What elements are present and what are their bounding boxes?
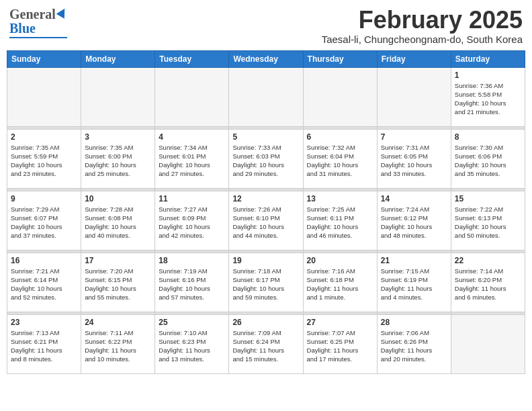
calendar-day-cell: 16Sunrise: 7:21 AMSunset: 6:14 PMDayligh… bbox=[7, 253, 81, 312]
day-number: 27 bbox=[307, 318, 373, 327]
day-info: Sunrise: 7:24 AMSunset: 6:12 PMDaylight:… bbox=[381, 205, 447, 240]
header-tuesday: Tuesday bbox=[155, 50, 229, 67]
day-info: Sunrise: 7:26 AMSunset: 6:10 PMDaylight:… bbox=[232, 205, 299, 240]
day-number: 12 bbox=[232, 194, 299, 203]
calendar-day-cell: 24Sunrise: 7:11 AMSunset: 6:22 PMDayligh… bbox=[81, 314, 155, 373]
day-info: Sunrise: 7:33 AMSunset: 6:03 PMDaylight:… bbox=[232, 143, 299, 179]
day-info: Sunrise: 7:27 AMSunset: 6:09 PMDaylight:… bbox=[159, 205, 225, 240]
day-number: 28 bbox=[381, 318, 447, 327]
calendar-day-cell bbox=[155, 67, 229, 126]
calendar-day-cell bbox=[229, 67, 303, 126]
day-number: 26 bbox=[232, 318, 299, 327]
calendar-day-cell: 27Sunrise: 7:07 AMSunset: 6:25 PMDayligh… bbox=[303, 314, 377, 373]
day-number: 14 bbox=[381, 194, 447, 203]
day-info: Sunrise: 7:30 AMSunset: 6:06 PMDaylight:… bbox=[455, 143, 521, 179]
day-number: 23 bbox=[11, 318, 77, 327]
calendar-day-cell bbox=[451, 314, 525, 373]
page-header: General Blue February 2025 Taesal-li, Ch… bbox=[7, 7, 525, 45]
title-section: February 2025 Taesal-li, Chungcheongnam-… bbox=[322, 7, 523, 45]
day-info: Sunrise: 7:35 AMSunset: 5:59 PMDaylight:… bbox=[11, 143, 77, 179]
day-info: Sunrise: 7:14 AMSunset: 6:20 PMDaylight:… bbox=[455, 267, 521, 302]
day-number: 2 bbox=[11, 132, 77, 142]
calendar-table: Sunday Monday Tuesday Wednesday Thursday… bbox=[7, 50, 525, 374]
day-info: Sunrise: 7:35 AMSunset: 6:00 PMDaylight:… bbox=[85, 143, 151, 179]
day-info: Sunrise: 7:22 AMSunset: 6:13 PMDaylight:… bbox=[455, 205, 521, 240]
logo: General Blue bbox=[9, 7, 67, 38]
calendar-week-row: 23Sunrise: 7:13 AMSunset: 6:21 PMDayligh… bbox=[7, 314, 525, 373]
calendar-week-row: 16Sunrise: 7:21 AMSunset: 6:14 PMDayligh… bbox=[7, 253, 525, 312]
day-info: Sunrise: 7:16 AMSunset: 6:18 PMDaylight:… bbox=[307, 267, 373, 302]
calendar-day-cell: 4Sunrise: 7:34 AMSunset: 6:01 PMDaylight… bbox=[155, 129, 229, 188]
calendar-day-cell bbox=[303, 67, 377, 126]
header-wednesday: Wednesday bbox=[229, 50, 303, 67]
calendar-day-cell: 10Sunrise: 7:28 AMSunset: 6:08 PMDayligh… bbox=[81, 191, 155, 250]
calendar-day-cell: 6Sunrise: 7:32 AMSunset: 6:04 PMDaylight… bbox=[303, 129, 377, 188]
day-number: 8 bbox=[455, 132, 521, 142]
calendar-day-cell: 22Sunrise: 7:14 AMSunset: 6:20 PMDayligh… bbox=[451, 253, 525, 312]
day-info: Sunrise: 7:25 AMSunset: 6:11 PMDaylight:… bbox=[307, 205, 373, 240]
day-info: Sunrise: 7:34 AMSunset: 6:01 PMDaylight:… bbox=[159, 143, 225, 179]
day-number: 3 bbox=[85, 132, 151, 142]
day-info: Sunrise: 7:32 AMSunset: 6:04 PMDaylight:… bbox=[307, 143, 373, 179]
day-info: Sunrise: 7:18 AMSunset: 6:17 PMDaylight:… bbox=[232, 267, 299, 302]
day-number: 4 bbox=[159, 132, 225, 142]
calendar-day-cell: 23Sunrise: 7:13 AMSunset: 6:21 PMDayligh… bbox=[7, 314, 81, 373]
header-saturday: Saturday bbox=[451, 50, 525, 67]
day-info: Sunrise: 7:31 AMSunset: 6:05 PMDaylight:… bbox=[381, 143, 447, 179]
day-info: Sunrise: 7:21 AMSunset: 6:14 PMDaylight:… bbox=[11, 267, 77, 302]
calendar-day-cell: 18Sunrise: 7:19 AMSunset: 6:16 PMDayligh… bbox=[155, 253, 229, 312]
day-number: 22 bbox=[455, 256, 521, 265]
day-number: 19 bbox=[232, 256, 299, 265]
calendar-day-cell: 17Sunrise: 7:20 AMSunset: 6:15 PMDayligh… bbox=[81, 253, 155, 312]
calendar-week-row: 2Sunrise: 7:35 AMSunset: 5:59 PMDaylight… bbox=[7, 129, 525, 188]
day-info: Sunrise: 7:09 AMSunset: 6:24 PMDaylight:… bbox=[232, 328, 299, 364]
calendar-day-cell: 14Sunrise: 7:24 AMSunset: 6:12 PMDayligh… bbox=[377, 191, 451, 250]
day-info: Sunrise: 7:11 AMSunset: 6:22 PMDaylight:… bbox=[85, 328, 151, 364]
calendar-day-cell bbox=[81, 67, 155, 126]
day-number: 16 bbox=[11, 256, 77, 265]
day-number: 17 bbox=[85, 256, 151, 265]
day-number: 15 bbox=[455, 194, 521, 203]
calendar-day-cell: 13Sunrise: 7:25 AMSunset: 6:11 PMDayligh… bbox=[303, 191, 377, 250]
calendar-day-cell bbox=[377, 67, 451, 126]
logo-blue-text: Blue bbox=[9, 21, 36, 36]
day-number: 7 bbox=[381, 132, 447, 142]
location-title: Taesal-li, Chungcheongnam-do, South Kore… bbox=[322, 34, 523, 45]
header-friday: Friday bbox=[377, 50, 451, 67]
header-monday: Monday bbox=[81, 50, 155, 67]
day-number: 10 bbox=[85, 194, 151, 203]
calendar-day-cell bbox=[7, 67, 81, 126]
day-number: 11 bbox=[159, 194, 225, 203]
day-number: 25 bbox=[159, 318, 225, 327]
calendar-day-cell: 12Sunrise: 7:26 AMSunset: 6:10 PMDayligh… bbox=[229, 191, 303, 250]
day-info: Sunrise: 7:29 AMSunset: 6:07 PMDaylight:… bbox=[11, 205, 77, 240]
logo-general-text: General bbox=[9, 7, 56, 22]
calendar-day-cell: 9Sunrise: 7:29 AMSunset: 6:07 PMDaylight… bbox=[7, 191, 81, 250]
calendar-day-cell: 2Sunrise: 7:35 AMSunset: 5:59 PMDaylight… bbox=[7, 129, 81, 188]
day-number: 5 bbox=[232, 132, 299, 142]
day-info: Sunrise: 7:28 AMSunset: 6:08 PMDaylight:… bbox=[85, 205, 151, 240]
calendar-day-cell: 3Sunrise: 7:35 AMSunset: 6:00 PMDaylight… bbox=[81, 129, 155, 188]
calendar-day-cell: 15Sunrise: 7:22 AMSunset: 6:13 PMDayligh… bbox=[451, 191, 525, 250]
logo-triangle-icon bbox=[56, 6, 69, 18]
calendar-day-cell: 5Sunrise: 7:33 AMSunset: 6:03 PMDaylight… bbox=[229, 129, 303, 188]
day-info: Sunrise: 7:07 AMSunset: 6:25 PMDaylight:… bbox=[307, 328, 373, 364]
day-info: Sunrise: 7:13 AMSunset: 6:21 PMDaylight:… bbox=[11, 328, 77, 364]
day-number: 13 bbox=[307, 194, 373, 203]
calendar-day-cell: 11Sunrise: 7:27 AMSunset: 6:09 PMDayligh… bbox=[155, 191, 229, 250]
day-info: Sunrise: 7:19 AMSunset: 6:16 PMDaylight:… bbox=[159, 267, 225, 302]
day-info: Sunrise: 7:20 AMSunset: 6:15 PMDaylight:… bbox=[85, 267, 151, 302]
calendar-week-row: 1Sunrise: 7:36 AMSunset: 5:58 PMDaylight… bbox=[7, 67, 525, 126]
calendar-day-cell: 20Sunrise: 7:16 AMSunset: 6:18 PMDayligh… bbox=[303, 253, 377, 312]
day-number: 9 bbox=[11, 194, 77, 203]
logo-underline bbox=[9, 37, 67, 38]
day-number: 18 bbox=[159, 256, 225, 265]
day-number: 6 bbox=[307, 132, 373, 142]
calendar-day-cell: 26Sunrise: 7:09 AMSunset: 6:24 PMDayligh… bbox=[229, 314, 303, 373]
day-info: Sunrise: 7:06 AMSunset: 6:26 PMDaylight:… bbox=[381, 328, 447, 364]
header-sunday: Sunday bbox=[7, 50, 81, 67]
month-title: February 2025 bbox=[322, 7, 523, 34]
day-number: 21 bbox=[381, 256, 447, 265]
day-number: 24 bbox=[85, 318, 151, 327]
calendar-header-row: Sunday Monday Tuesday Wednesday Thursday… bbox=[7, 50, 525, 67]
